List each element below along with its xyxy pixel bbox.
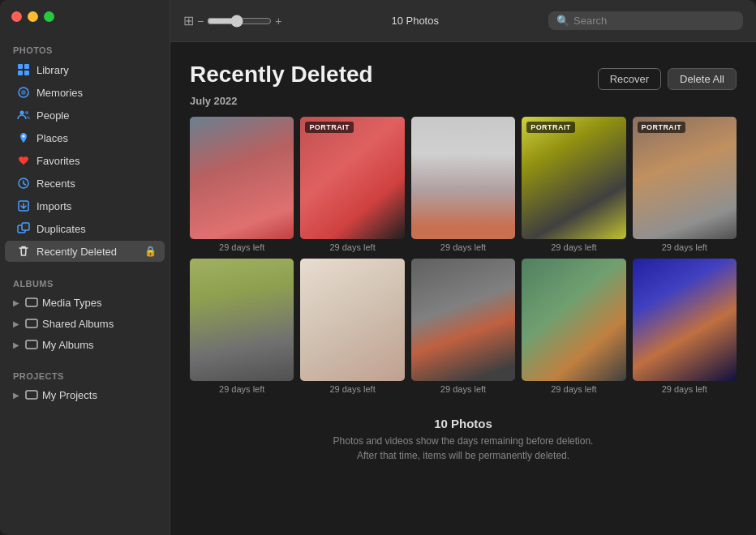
photo-thumb: PORTRAIT	[300, 117, 404, 239]
sidebar: Photos Library Memories People	[0, 0, 170, 535]
photo-item[interactable]: PORTRAIT29 days left	[300, 117, 404, 252]
sidebar-group-my-albums[interactable]: ▶ My Albums	[5, 335, 165, 354]
toolbar: ⊞ − + 10 Photos 🔍	[170, 0, 756, 42]
minimize-button[interactable]	[28, 11, 38, 22]
sidebar-item-label: Imports	[37, 200, 71, 212]
content-header: Recently Deleted Recover Delete All	[190, 62, 737, 90]
sidebar-item-recents[interactable]: Recents	[5, 173, 165, 194]
svg-point-7	[23, 135, 25, 138]
svg-rect-1	[24, 64, 29, 69]
portrait-badge: PORTRAIT	[638, 122, 686, 133]
heart-icon	[16, 153, 31, 168]
days-left-label: 29 days left	[190, 242, 294, 252]
view-icon: ⊞	[183, 13, 194, 28]
chevron-right-icon: ▶	[13, 298, 19, 307]
footer-desc-line2: After that time, items will be permanent…	[190, 448, 737, 463]
maximize-button[interactable]	[44, 11, 54, 22]
header-actions: Recover Delete All	[598, 68, 737, 90]
photo-grid: 29 days leftPORTRAIT29 days left29 days …	[190, 117, 737, 394]
sidebar-item-label: Library	[37, 64, 69, 76]
days-left-label: 29 days left	[633, 242, 737, 252]
sidebar-item-label: My Projects	[42, 389, 97, 401]
days-left-label: 29 days left	[300, 384, 404, 394]
photo-item[interactable]: 29 days left	[633, 259, 737, 394]
days-left-label: 29 days left	[522, 242, 625, 252]
sidebar-item-people[interactable]: People	[5, 105, 165, 126]
photo-item[interactable]: 29 days left	[190, 259, 294, 394]
sidebar-item-favorites[interactable]: Favorites	[5, 150, 165, 171]
recents-icon	[16, 176, 31, 190]
sidebar-item-memories[interactable]: Memories	[5, 82, 165, 103]
sidebar-group-media-types[interactable]: ▶ Media Types	[5, 293, 165, 312]
sidebar-item-library[interactable]: Library	[5, 59, 165, 80]
sidebar-item-label: Media Types	[42, 297, 101, 309]
size-slider[interactable]	[207, 15, 272, 28]
svg-rect-0	[18, 64, 23, 69]
sidebar-group-shared-albums[interactable]: ▶ Shared Albums	[5, 314, 165, 333]
recover-button[interactable]: Recover	[598, 68, 661, 90]
svg-rect-3	[24, 71, 29, 75]
svg-point-5	[20, 111, 24, 115]
memories-icon	[16, 85, 31, 100]
main-content: ⊞ − + 10 Photos 🔍 Recently Deleted Recov…	[170, 0, 756, 535]
toolbar-left: ⊞ − +	[183, 13, 281, 28]
search-box[interactable]: 🔍	[548, 11, 743, 30]
photo-item[interactable]: 29 days left	[411, 259, 515, 394]
sidebar-item-duplicates[interactable]: Duplicates	[5, 218, 165, 239]
svg-point-6	[25, 111, 28, 114]
delete-all-button[interactable]: Delete All	[668, 68, 737, 90]
sidebar-group-my-projects[interactable]: ▶ My Projects	[5, 385, 165, 404]
photo-item[interactable]: PORTRAIT29 days left	[633, 117, 737, 252]
days-left-label: 29 days left	[522, 384, 625, 394]
photo-item[interactable]: 29 days left	[411, 117, 515, 252]
sidebar-item-label: Shared Albums	[42, 318, 114, 330]
sidebar-item-label: Favorites	[37, 155, 79, 167]
photo-count-label: 10 Photos	[288, 15, 542, 27]
close-button[interactable]	[11, 11, 22, 22]
sidebar-item-label: Recently Deleted	[37, 246, 117, 258]
days-left-label: 29 days left	[300, 242, 404, 252]
sidebar-item-places[interactable]: Places	[5, 127, 165, 148]
trash-icon	[16, 244, 31, 259]
photo-item[interactable]: 29 days left	[300, 259, 404, 394]
photo-item[interactable]: 29 days left	[190, 117, 294, 252]
projects-section-label: Projects	[0, 362, 170, 384]
slider-container: − +	[197, 15, 281, 28]
sidebar-item-recently-deleted[interactable]: Recently Deleted 🔒	[5, 241, 165, 262]
search-input[interactable]	[573, 15, 735, 27]
slider-decrease-button[interactable]: −	[197, 15, 204, 28]
grid-icon	[16, 62, 31, 77]
places-icon	[16, 131, 31, 145]
days-left-label: 29 days left	[411, 384, 515, 394]
app-window: Photos Library Memories People	[0, 0, 756, 535]
media-types-icon	[25, 296, 38, 309]
photo-thumb	[190, 117, 294, 239]
days-left-label: 29 days left	[190, 384, 294, 394]
portrait-badge: PORTRAIT	[526, 122, 575, 133]
slider-increase-button[interactable]: +	[275, 15, 281, 28]
sidebar-item-label: Memories	[37, 87, 83, 99]
photo-thumb	[522, 259, 625, 381]
photo-item[interactable]: PORTRAIT29 days left	[522, 117, 625, 252]
footer-info: 10 Photos Photos and videos show the day…	[190, 400, 737, 473]
sidebar-item-label: Places	[37, 132, 68, 144]
my-albums-icon	[25, 338, 38, 351]
svg-rect-15	[26, 391, 37, 399]
svg-rect-11	[22, 223, 29, 230]
sidebar-item-label: Duplicates	[37, 223, 86, 235]
people-icon	[16, 108, 31, 122]
content-area: Recently Deleted Recover Delete All July…	[170, 42, 756, 535]
svg-rect-13	[26, 319, 37, 327]
chevron-right-icon: ▶	[13, 340, 19, 349]
sidebar-item-imports[interactable]: Imports	[5, 195, 165, 216]
sidebar-item-label: People	[37, 109, 69, 122]
photo-thumb: PORTRAIT	[522, 117, 625, 239]
photo-thumb	[411, 259, 515, 381]
photo-thumb	[190, 259, 294, 381]
days-left-label: 29 days left	[411, 242, 515, 252]
photo-thumb	[300, 259, 404, 381]
photo-item[interactable]: 29 days left	[522, 259, 625, 394]
albums-section-label: Albums	[0, 269, 170, 292]
photo-thumb: PORTRAIT	[633, 117, 737, 239]
photo-thumb	[411, 117, 515, 239]
